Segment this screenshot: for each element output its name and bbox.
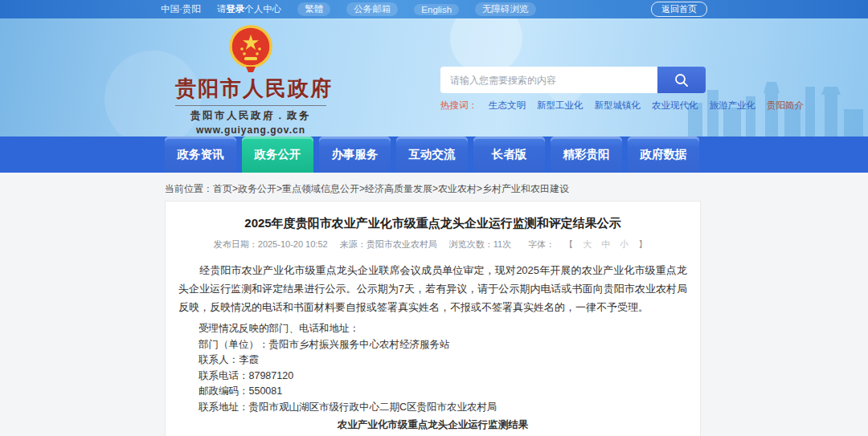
tab-zhengfu-shuju[interactable]: 政府数据 [628,137,699,173]
hot-search-link[interactable]: 生态文明 [489,100,526,112]
font-size-small[interactable]: 小 [620,239,628,249]
font-size-large[interactable]: 大 [583,239,592,249]
return-home-button[interactable]: 返回首页 [651,2,707,17]
site-subtitle: 贵阳市人民政府．政务 [175,105,326,123]
hot-search-row: 热搜词： 生态文明 新型工业化 新型城镇化 农业现代化 旅游产业化 贵阳简介 [440,100,706,112]
site-logo-block[interactable]: 贵阳市人民政府 贵阳市人民政府．政务 www.guiyang.gov.cn [175,25,326,136]
national-emblem-icon [228,25,273,73]
search-block: 热搜词： 生态文明 新型工业化 新型城镇化 农业现代化 旅游产业化 贵阳简介 [440,67,706,112]
article-paragraph: 受理情况反映的部门、电话和地址： [178,321,687,337]
official-mail-link[interactable]: 公务邮箱 [346,2,398,16]
article-source: 来源：贵阳市农业农村局 [340,239,437,249]
top-utility-bar: 中国·贵阳 请登录个人中心 繁體 公务邮箱 English 无障碍浏览 返回首页 [0,0,868,18]
breadcrumb: 当前位置：首页>政务公开>重点领域信息公开>经济高质量发展>农业农村>乡村产业和… [165,182,569,196]
article-title: 2025年度贵阳市农业产业化市级重点龙头企业运行监测和评定结果公示 [178,216,687,231]
topbar-links: 中国·贵阳 请登录个人中心 繁體 公务邮箱 English 无障碍浏览 [161,2,536,16]
breadcrumb-path[interactable]: 首页>政务公开>重点领域信息公开>经济高质量发展>农业农村>乡村产业和农田建设 [213,183,569,194]
hot-search-link[interactable]: 旅游产业化 [710,100,756,112]
english-link[interactable]: English [414,4,459,15]
tab-jingcai-guiyang[interactable]: 精彩贵阳 [551,137,622,173]
bracket: 】 [638,239,647,249]
site-title: 贵阳市人民政府 [175,75,326,103]
search-input[interactable] [440,67,657,93]
breadcrumb-label: 当前位置： [165,183,213,194]
site-banner: 贵阳市人民政府 贵阳市人民政府．政务 www.guiyang.gov.cn 热搜… [0,18,868,137]
tab-zhangzheban[interactable]: 长者版 [473,137,545,173]
hot-search-label: 热搜词： [440,100,477,112]
main-navbar: 政务资讯 政务公开 办事服务 互动交流 长者版 精彩贵阳 政府数据 [0,137,868,173]
region-link[interactable]: 中国·贵阳 [161,3,201,15]
contact-department: 部门（单位）：贵阳市乡村振兴服务中心农村经济服务站 [178,337,687,353]
hot-search-link[interactable]: 新型城镇化 [595,100,641,112]
hot-search-link[interactable]: 新型工业化 [537,100,583,112]
contact-phone: 联系电话：87987120 [178,369,687,385]
page: 中国·贵阳 请登录个人中心 繁體 公务邮箱 English 无障碍浏览 返回首页 [0,0,868,436]
font-size-medium[interactable]: 中 [601,239,610,249]
traditional-chinese-link[interactable]: 繁體 [297,2,330,16]
login-pre: 请 [217,4,227,14]
article-box: 2025年度贵阳市农业产业化市级重点龙头企业运行监测和评定结果公示 发布日期：2… [165,201,701,436]
login-post: 个人中心 [244,4,281,14]
bracket: 【 [564,239,573,249]
search-button[interactable] [657,67,706,93]
content-area: 当前位置：首页>政务公开>重点领域信息公开>经济高质量发展>农业农村>乡村产业和… [0,173,868,436]
nav-tabs: 政务资讯 政务公开 办事服务 互动交流 长者版 精彩贵阳 政府数据 [165,137,868,173]
font-size-label: 字体： [528,239,555,249]
postal-code: 邮政编码：550081 [178,384,687,400]
tab-banshi-fuwu[interactable]: 办事服务 [319,137,391,173]
login-link[interactable]: 请登录个人中心 [217,3,282,15]
contact-address: 联系地址：贵阳市观山湖区市级行政中心二期C区贵阳市农业农村局 [178,400,687,416]
article-paragraph: 经贵阳市农业产业化市级重点龙头企业联席会议成员单位审定，现对2025年开展的农业… [178,261,687,316]
search-row [440,67,706,93]
hot-search-link[interactable]: 农业现代化 [652,100,698,112]
font-size-control: 字体：【大中小】 [523,239,652,249]
publish-date: 发布日期：2025-10-20 10:52 [214,239,328,249]
login-bold: 登录 [226,4,244,14]
tab-zhengwu-zixun[interactable]: 政务资讯 [165,137,236,173]
search-icon [674,72,690,88]
accessibility-link[interactable]: 无障碍浏览 [475,2,536,16]
view-count: 浏览次数：11次 [449,239,511,249]
contact-person: 联系人：李霞 [178,352,687,369]
site-url: www.guiyang.gov.cn [175,124,326,136]
hot-search-link[interactable]: 贵阳简介 [767,100,804,112]
article-meta: 发布日期：2025-10-20 10:52 来源：贵阳市农业农村局 浏览次数：1… [178,238,687,251]
table-caption: 农业产业化市级重点龙头企业运行监测结果 [178,418,687,432]
tab-hudong-jiaoliu[interactable]: 互动交流 [396,137,468,173]
tab-zhengwu-gongkai[interactable]: 政务公开 [242,137,313,173]
